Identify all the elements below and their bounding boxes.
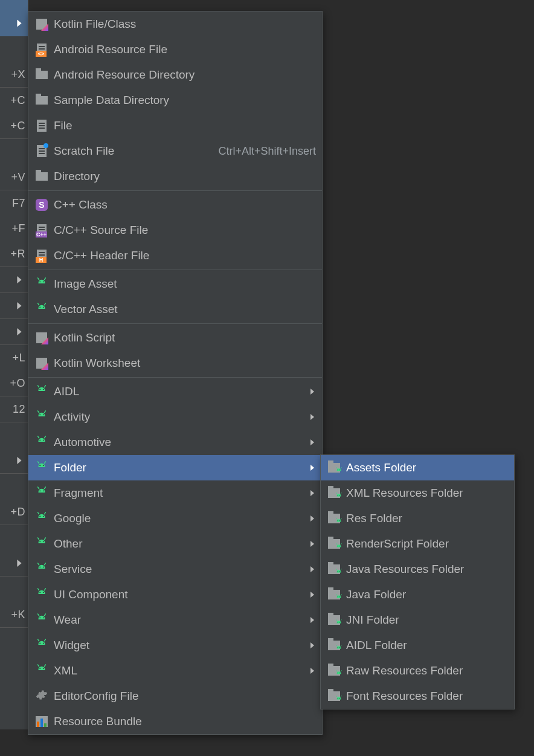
menu-item-ui-component[interactable]: UI Component [28, 582, 322, 607]
menu-item-label: UI Component [54, 588, 309, 601]
menu-item-c-class[interactable]: SC++ Class [28, 192, 322, 218]
menu-item-label: Service [54, 563, 309, 576]
menu-item-aidl[interactable]: AIDL [28, 379, 322, 404]
parent-menu-highlight [0, 0, 28, 11]
menu-item-image-asset[interactable]: Image Asset [28, 271, 322, 297]
menu-item-folder[interactable]: Folder [28, 455, 322, 480]
menu-item-kotlin-worksheet[interactable]: Kotlin Worksheet [28, 351, 322, 376]
menu-separator [28, 323, 322, 324]
menu-item-widget[interactable]: Widget [28, 633, 322, 658]
menu-item-label: Other [54, 537, 309, 551]
parent-menu-row[interactable]: +C [0, 113, 28, 139]
submenu-item-java-folder[interactable]: Java Folder [321, 582, 514, 607]
menu-item-kotlin-script[interactable]: Kotlin Script [28, 325, 322, 351]
menu-item-xml[interactable]: XML [28, 658, 322, 683]
menu-item-label: AIDL Folder [346, 639, 508, 652]
parent-menu-row[interactable] [0, 319, 28, 345]
android-icon [33, 434, 50, 451]
menu-item-android-resource-file[interactable]: <>Android Resource File [28, 37, 322, 62]
menu-item-label: Android Resource File [54, 43, 316, 56]
svg-line-62 [336, 493, 337, 494]
parent-menu-row[interactable] [0, 577, 28, 602]
kotlin-icon [33, 355, 50, 372]
shortcut-fragment: +V [11, 171, 25, 184]
parent-menu-row[interactable] [0, 36, 28, 62]
submenu-arrow-icon [309, 490, 316, 496]
parent-menu-row[interactable]: +O [0, 370, 28, 396]
menu-item-android-resource-directory[interactable]: Android Resource Directory [28, 62, 322, 88]
menu-item-file[interactable]: File [28, 113, 322, 138]
menu-item-activity[interactable]: Activity [28, 404, 322, 430]
svg-point-25 [43, 490, 44, 491]
submenu-item-xml-resources-folder[interactable]: XML Resources Folder [321, 480, 514, 506]
parent-menu-row[interactable]: 12 [0, 396, 28, 422]
gear-icon [33, 688, 50, 705]
menu-item-automotive[interactable]: Automotive [28, 430, 322, 455]
menu-item-other[interactable]: Other [28, 531, 322, 557]
menu-item-google[interactable]: Google [28, 506, 322, 531]
menu-item-directory[interactable]: Directory [28, 164, 322, 189]
menu-item-label: JNI Folder [346, 613, 508, 627]
submenu-item-font-resources-folder[interactable]: Font Resources Folder [321, 683, 514, 709]
submenu-item-res-folder[interactable]: Res Folder [321, 506, 514, 531]
parent-menu-row[interactable] [0, 474, 28, 499]
parent-menu-row[interactable]: +F [0, 216, 28, 241]
svg-point-53 [43, 668, 44, 669]
parent-menu-row[interactable]: +R [0, 241, 28, 267]
parent-menu-row[interactable] [0, 139, 28, 164]
submenu-item-jni-folder[interactable]: JNI Folder [321, 607, 514, 633]
parent-menu-row[interactable]: F7 [0, 190, 28, 216]
menu-item-c-c-source-file[interactable]: C++C/C++ Source File [28, 218, 322, 243]
svg-point-13 [43, 414, 44, 415]
parent-menu-row[interactable] [0, 422, 28, 448]
parent-menu-row[interactable]: +C [0, 88, 28, 113]
parent-menu-row[interactable] [0, 525, 28, 551]
android-icon [33, 637, 50, 654]
parent-menu-item-new[interactable] [0, 11, 28, 36]
menu-item-vector-asset[interactable]: Vector Asset [28, 297, 322, 322]
submenu-item-renderscript-folder[interactable]: RenderScript Folder [321, 531, 514, 557]
submenu-arrow-icon [16, 302, 23, 309]
parent-menu-row[interactable] [0, 267, 28, 293]
submenu-item-aidl-folder[interactable]: AIDL Folder [321, 633, 514, 658]
menu-item-label: XML Resources Folder [346, 486, 508, 500]
svg-line-18 [38, 436, 39, 438]
parent-menu-row[interactable]: +X [0, 62, 28, 88]
menu-item-label: Sample Data Directory [54, 94, 316, 107]
parent-menu-row[interactable] [0, 293, 28, 319]
svg-line-38 [38, 563, 39, 565]
menu-item-c-c-header-file[interactable]: HC/C++ Header File [28, 243, 322, 268]
menu-item-sample-data-directory[interactable]: Sample Data Directory [28, 88, 322, 113]
menu-item-editorconfig-file[interactable]: EditorConfig File [28, 683, 322, 709]
submenu-arrow-icon [16, 276, 23, 283]
folder-submenu: Assets FolderXML Resources FolderRes Fol… [320, 454, 515, 709]
menu-item-label: Activity [54, 410, 309, 424]
submenu-item-assets-folder[interactable]: Assets Folder [321, 455, 514, 480]
menu-item-fragment[interactable]: Fragment [28, 480, 322, 506]
android-icon [33, 586, 50, 603]
submenu-item-raw-resources-folder[interactable]: Raw Resources Folder [321, 658, 514, 683]
menu-item-label: Image Asset [54, 277, 316, 291]
svg-line-63 [341, 493, 341, 494]
svg-line-6 [38, 303, 39, 305]
submenu-arrow-icon [309, 617, 316, 623]
menu-item-label: Fragment [54, 486, 309, 500]
parent-menu-row[interactable] [0, 551, 28, 577]
parent-menu-row[interactable]: +D [0, 499, 28, 525]
menu-item-resource-bundle[interactable]: Resource Bundle [28, 709, 322, 734]
menu-item-scratch-file[interactable]: Scratch FileCtrl+Alt+Shift+Insert [28, 138, 322, 164]
menu-item-wear[interactable]: Wear [28, 607, 322, 633]
parent-menu-row[interactable] [0, 448, 28, 474]
svg-point-12 [39, 414, 40, 415]
shortcut-fragment: 12 [13, 403, 25, 416]
svg-line-87 [341, 645, 341, 647]
parent-menu-row[interactable]: +K [0, 602, 28, 628]
menu-item-kotlin-file-class[interactable]: Kotlin File/Class [28, 11, 322, 37]
shortcut-fragment: +O [10, 377, 25, 390]
folder-android-icon [326, 612, 343, 628]
parent-menu-row[interactable]: +L [0, 345, 28, 370]
menu-item-service[interactable]: Service [28, 557, 322, 582]
parent-menu-row[interactable] [0, 628, 28, 653]
parent-menu-row[interactable]: +V [0, 164, 28, 190]
submenu-item-java-resources-folder[interactable]: Java Resources Folder [321, 557, 514, 582]
